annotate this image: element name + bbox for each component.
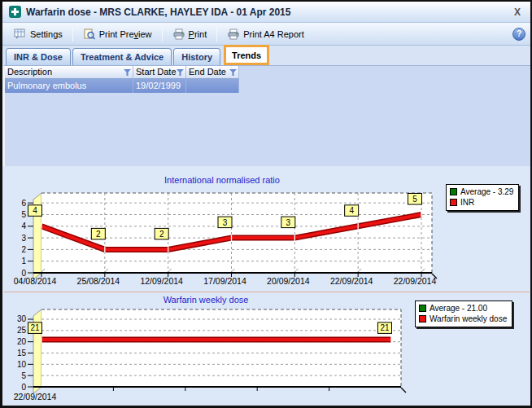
svg-text:04/08/2014: 04/08/2014 (14, 276, 57, 286)
print-preview-button[interactable]: Print Preview (76, 25, 159, 43)
svg-text:22/09/2014: 22/09/2014 (14, 392, 57, 401)
svg-text:3: 3 (223, 218, 228, 227)
average-swatch (419, 305, 426, 312)
average-swatch (450, 188, 457, 195)
svg-text:5: 5 (21, 210, 26, 219)
problems-table: Description Start Date End Date Pulmonar… (2, 65, 530, 166)
print-preview-label: Print Preview (99, 29, 152, 39)
cell-description: Pulmonary embolus (5, 79, 133, 93)
warfarin-dose-chart-title: Warfarin weekly dose (2, 295, 409, 305)
legend-item-average: Average - 3.29 (450, 186, 513, 197)
svg-text:21: 21 (380, 323, 390, 332)
tab-treatment-advice[interactable]: Treatment & Advice (72, 48, 172, 65)
tab-trends[interactable]: Trends (226, 47, 267, 63)
svg-text:20/09/2014: 20/09/2014 (267, 276, 310, 286)
print-button[interactable]: Print (166, 25, 214, 43)
title-bar: Warfarin dose - MRS CLARKE, HAYLEY IDA -… (2, 2, 530, 23)
svg-text:1: 1 (21, 257, 26, 265)
svg-text:20: 20 (17, 337, 27, 346)
legend-item-dose: Warfarin weekly dose (419, 314, 507, 324)
svg-text:0: 0 (21, 383, 26, 392)
svg-text:5: 5 (21, 371, 26, 380)
svg-text:10: 10 (17, 360, 27, 369)
settings-label: Settings (30, 29, 63, 39)
legend-item-average: Average - 21.00 (419, 303, 507, 314)
svg-text:25/08/2014: 25/08/2014 (77, 276, 120, 286)
warfarin-dose-window: Warfarin dose - MRS CLARKE, HAYLEY IDA -… (0, 0, 532, 408)
settings-button[interactable]: Settings (7, 25, 69, 43)
toolbar: Settings Print Preview Print (2, 23, 530, 46)
svg-text:3: 3 (286, 218, 291, 227)
svg-text:4: 4 (33, 206, 37, 215)
close-icon[interactable]: X (511, 7, 524, 18)
chart-separator (4, 292, 530, 292)
filter-icon[interactable] (124, 69, 131, 76)
dose-swatch (419, 315, 426, 322)
filter-icon[interactable] (177, 69, 184, 76)
svg-text:17/09/2014: 17/09/2014 (203, 276, 246, 286)
svg-text:30: 30 (17, 314, 27, 323)
trends-tab-highlight-annotation: Trends (224, 45, 269, 65)
cell-end-date (186, 79, 239, 93)
svg-text:22/09/2014: 22/09/2014 (330, 276, 373, 286)
inr-swatch (450, 199, 457, 206)
printer-icon (172, 29, 185, 40)
warfarin-chart-legend: Average - 21.00 Warfarin weekly dose (415, 301, 512, 327)
svg-text:5: 5 (412, 195, 417, 204)
toolbar-separator (72, 26, 73, 42)
tab-bar: INR & Dose Treatment & Advice History Tr… (2, 46, 530, 65)
svg-text:2: 2 (159, 230, 164, 239)
legend-item-inr: INR (450, 197, 513, 208)
cell-start-date: 19/02/1999 (133, 79, 186, 93)
print-a4-report-button[interactable]: Print A4 Report (220, 25, 311, 43)
table-row-selected[interactable]: Pulmonary embolus 19/02/1999 (5, 79, 239, 93)
svg-text:25: 25 (17, 326, 27, 335)
svg-text:4: 4 (21, 222, 26, 230)
tab-history[interactable]: History (173, 48, 220, 65)
window-title: Warfarin dose - MRS CLARKE, HAYLEY IDA -… (26, 7, 290, 18)
column-header-start-date[interactable]: Start Date (133, 66, 186, 79)
toolbar-separator (162, 26, 163, 42)
help-icon[interactable]: ? (512, 28, 525, 41)
tab-inr-dose[interactable]: INR & Dose (6, 48, 71, 65)
table-header-row: Description Start Date End Date (5, 66, 239, 79)
svg-text:21: 21 (30, 323, 40, 332)
inr-chart-legend: Average - 3.29 INR (446, 184, 519, 211)
column-header-end-date[interactable]: End Date (186, 66, 239, 79)
svg-text:22/09/2014: 22/09/2014 (394, 276, 437, 286)
trends-charts-panel: International normalised ratio 012345604… (2, 166, 532, 407)
print-preview-icon (83, 29, 96, 40)
svg-text:3: 3 (21, 234, 26, 243)
svg-text:2: 2 (96, 230, 101, 239)
filter-icon[interactable] (229, 69, 237, 76)
printer-icon (227, 29, 240, 40)
svg-text:4: 4 (349, 206, 354, 215)
svg-text:2: 2 (21, 245, 26, 254)
inr-chart-title: International normalised ratio (2, 175, 442, 185)
svg-text:15: 15 (17, 349, 27, 358)
print-a4-report-label: Print A4 Report (243, 29, 304, 39)
toolbar-separator (216, 26, 217, 42)
svg-text:12/09/2014: 12/09/2014 (140, 276, 183, 286)
svg-text:6: 6 (21, 199, 26, 208)
medical-cross-icon (9, 6, 21, 18)
settings-icon (14, 29, 27, 40)
print-label: Print (189, 29, 207, 39)
column-header-description[interactable]: Description (5, 66, 133, 79)
